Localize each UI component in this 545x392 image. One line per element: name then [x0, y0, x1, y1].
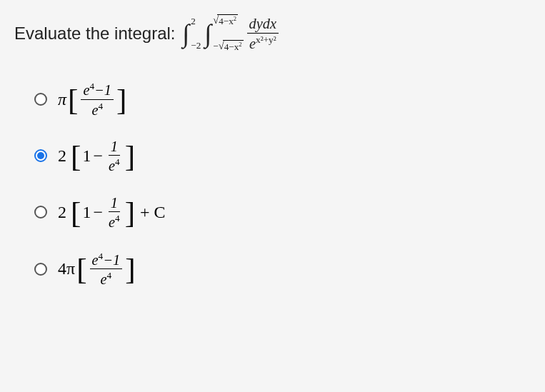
radio-a[interactable]	[34, 93, 47, 106]
option-c[interactable]: 2 [ 1 − 1 e4 ] + C	[14, 195, 531, 230]
question-text: Evaluate the integral:	[14, 24, 175, 44]
option-a-math: π [ e4−1 e4 ]	[58, 81, 128, 116]
option-d-math: 4π [ e4−1 e4 ]	[58, 251, 137, 286]
option-c-math: 2 [ 1 − 1 e4 ] + C	[58, 195, 169, 230]
radio-d[interactable]	[34, 263, 47, 276]
option-d[interactable]: 4π [ e4−1 e4 ]	[14, 251, 531, 286]
radio-c[interactable]	[34, 206, 47, 218]
option-b[interactable]: 2 [ 1 − 1 e4 ]	[14, 139, 531, 174]
option-b-math: 2 [ 1 − 1 e4 ]	[58, 139, 136, 174]
radio-b[interactable]	[34, 149, 47, 162]
option-a[interactable]: π [ e4−1 e4 ]	[14, 81, 531, 116]
question-prompt: Evaluate the integral: ∫2−2 ∫ √4−x2 −√4−…	[14, 14, 531, 53]
integral-expression: ∫2−2 ∫ √4−x2 −√4−x2 dydx ex²+y²	[181, 14, 280, 53]
